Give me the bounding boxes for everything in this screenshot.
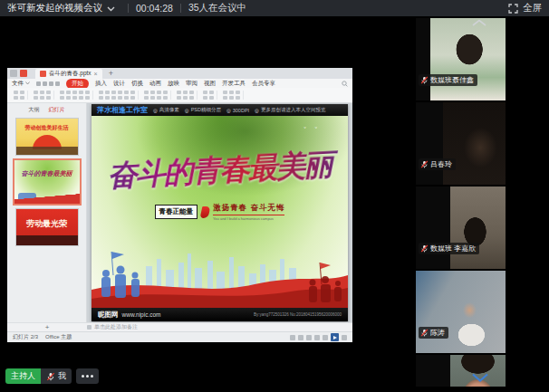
scroll-up-chevron-icon[interactable] — [471, 19, 487, 26]
menu-tab-review[interactable]: 审阅 — [186, 80, 197, 88]
fullscreen-label: 全屏 — [523, 2, 542, 14]
view-sorter-icon[interactable] — [323, 335, 328, 340]
red-comma-graphic — [200, 206, 211, 218]
wps-ribbon-toolbar[interactable] — [7, 88, 352, 103]
new-tab-button[interactable]: + — [109, 69, 113, 78]
presentation-file-icon — [40, 71, 46, 77]
host-badge: 主持人 — [5, 368, 41, 384]
fullscreen-button[interactable]: 全屏 — [508, 2, 542, 14]
more-options-button[interactable] — [76, 368, 99, 384]
mic-muted-icon — [46, 372, 55, 381]
menu-tab-design[interactable]: 设计 — [113, 80, 125, 88]
current-slide[interactable]: 萍水相逢工作室 ◎高清像素 ◎PSD精细分层 ◎300DPI ◎更多原创请进入本… — [92, 104, 348, 321]
slideshow-play-button[interactable] — [331, 333, 339, 341]
play-icon — [333, 336, 337, 339]
tagline-main: 激扬青春 奋斗无悔 — [213, 203, 284, 214]
notes-placeholder[interactable]: 单击此处添加备注 — [87, 323, 138, 331]
city-and-crowd-graphic — [92, 243, 348, 308]
site-url: www.nipic.com — [122, 311, 161, 318]
chevron-down-icon[interactable] — [107, 6, 115, 12]
menu-tab-slideshow[interactable]: 放映 — [168, 80, 179, 88]
note-icon — [87, 325, 92, 330]
wps-home-icon[interactable] — [10, 70, 17, 77]
slide-canvas: 萍水相逢工作室 ◎高清像素 ◎PSD精细分层 ◎300DPI ◎更多原创请进入本… — [87, 103, 352, 322]
meeting-title: 张可新发起的视频会议 — [7, 2, 102, 14]
menu-tab-member[interactable]: 会员专享 — [252, 80, 275, 88]
menu-file[interactable]: 文件 — [12, 80, 30, 88]
bottom-black-strip — [0, 387, 549, 392]
quick-access-toolbar[interactable] — [36, 81, 60, 86]
participant-count: 35人在会议中 — [188, 2, 246, 14]
slide-thumbnail-1[interactable]: 劳动创造美好生活 — [16, 119, 78, 155]
red-ribbon-graphic — [14, 193, 80, 204]
tagline-english: You and I build a harmonious campus — [213, 215, 284, 221]
participant-video — [443, 102, 506, 185]
mic-muted-icon — [420, 160, 429, 168]
status-tool-icon[interactable] — [298, 335, 303, 340]
meeting-app: 张可新发起的视频会议 00:04:28 35人在会议中 全屏 奋斗的青春.ppt… — [0, 0, 549, 392]
participant-tile[interactable]: 陈涛 — [416, 271, 506, 353]
participant-name-tag: 数媒班聂佳鑫 — [419, 74, 477, 86]
thumb3-title: 劳动最光荣 — [16, 218, 78, 230]
wps-tab-bar: 奋斗的青春.pptx × + — [7, 68, 352, 79]
wps-menu-bar: 文件 开始 插入 设计 切换 动画 放映 审阅 视图 开发工具 会员专享 — [7, 79, 352, 88]
divider — [180, 4, 181, 13]
thumb2-title: 奋斗的青春最美丽 — [14, 169, 80, 178]
panel-tab-outline[interactable]: 大纲 — [29, 106, 40, 114]
poster-title: 奋斗的青春最美丽 — [92, 144, 348, 198]
wps-presentation-window: 奋斗的青春.pptx × + 文件 开始 插入 设计 切换 动画 放映 审阅 视… — [7, 68, 352, 342]
search-icon[interactable] — [342, 81, 348, 87]
theme-indicator: Office 主题 — [45, 333, 72, 341]
scroll-down-chevron-icon[interactable] — [471, 373, 489, 382]
panel-tab-slides[interactable]: 幻灯片 — [49, 106, 65, 114]
menu-tab-devtools[interactable]: 开发工具 — [222, 80, 246, 88]
participant-video — [450, 186, 506, 269]
shared-screen-stage: 奋斗的青春.pptx × + 文件 开始 插入 设计 切换 动画 放映 审阅 视… — [0, 16, 549, 392]
status-tool-icon[interactable] — [306, 335, 312, 340]
chevron-down-icon — [25, 81, 30, 85]
divider — [128, 4, 129, 13]
feature-4: 更多原创请进入本人空间预览 — [261, 107, 326, 113]
site-name: 昵图网 — [98, 311, 119, 320]
new-slide-button[interactable]: + — [7, 323, 87, 331]
participant-sidebar: 数媒班聂佳鑫 吕春玲 数媒班 李嘉欣 — [415, 16, 549, 392]
tagline-box: 青春正能量 — [155, 205, 198, 219]
participant-tile[interactable]: 数媒班 李嘉欣 — [416, 186, 506, 269]
slide-thumbnail-3[interactable]: 劳动最光荣 — [16, 209, 78, 245]
participant-video — [416, 271, 506, 353]
mic-muted-icon — [420, 329, 429, 337]
poster-header-bar: 萍水相逢工作室 ◎高清像素 ◎PSD精细分层 ◎300DPI ◎更多原创请进入本… — [92, 104, 348, 116]
menu-tab-home[interactable]: 开始 — [66, 79, 89, 89]
poster-artwork: ᵥ ᵥ 奋斗的青春最美丽 青春正能量 激扬青春 奋斗无悔 You and I b… — [92, 116, 348, 308]
mic-muted-icon — [420, 244, 429, 253]
wps-docer-icon[interactable] — [20, 70, 27, 77]
crowd-silhouette — [16, 235, 78, 245]
menu-tab-animation[interactable]: 动画 — [149, 80, 161, 88]
participant-video — [430, 18, 506, 100]
status-tool-icon[interactable] — [290, 335, 295, 340]
menu-tab-view[interactable]: 视图 — [204, 80, 216, 88]
birds-graphic: ᵥ ᵥ — [304, 123, 321, 129]
author-credit: By:yang772501326 No:20180415195620006000 — [254, 312, 342, 317]
fullscreen-icon — [508, 4, 518, 14]
feature-2: PSD精细分层 — [191, 107, 221, 113]
feature-3: 300DPI — [233, 108, 249, 113]
self-name-badge: 我 — [41, 368, 72, 384]
zoom-control-icon[interactable] — [342, 335, 347, 340]
meeting-timer: 00:04:28 — [136, 3, 173, 14]
feature-1: 高清像素 — [159, 107, 179, 113]
participant-name-tag: 数媒班 李嘉欣 — [419, 243, 479, 254]
menu-tab-insert[interactable]: 插入 — [95, 80, 107, 88]
notes-bar: + 单击此处添加备注 — [7, 322, 352, 331]
participant-tile[interactable]: 吕春玲 — [416, 102, 506, 185]
participant-tile[interactable]: 数媒班聂佳鑫 — [416, 18, 506, 100]
document-tab[interactable]: 奋斗的青春.pptx × — [35, 69, 102, 79]
studio-name: 萍水相逢工作室 — [97, 105, 148, 115]
slide-panel: 大纲 幻灯片 劳动创造美好生活 奋斗的青春最美丽 — [7, 103, 87, 322]
menu-tab-transition[interactable]: 切换 — [131, 80, 143, 88]
wps-status-bar: 幻灯片 2/3 Office 主题 — [7, 331, 352, 342]
view-normal-icon[interactable] — [314, 335, 320, 340]
slide-thumbnail-2-selected[interactable]: 奋斗的青春最美丽 — [14, 160, 80, 204]
close-tab-icon[interactable]: × — [94, 71, 98, 77]
document-tab-title: 奋斗的青春.pptx — [49, 70, 92, 78]
